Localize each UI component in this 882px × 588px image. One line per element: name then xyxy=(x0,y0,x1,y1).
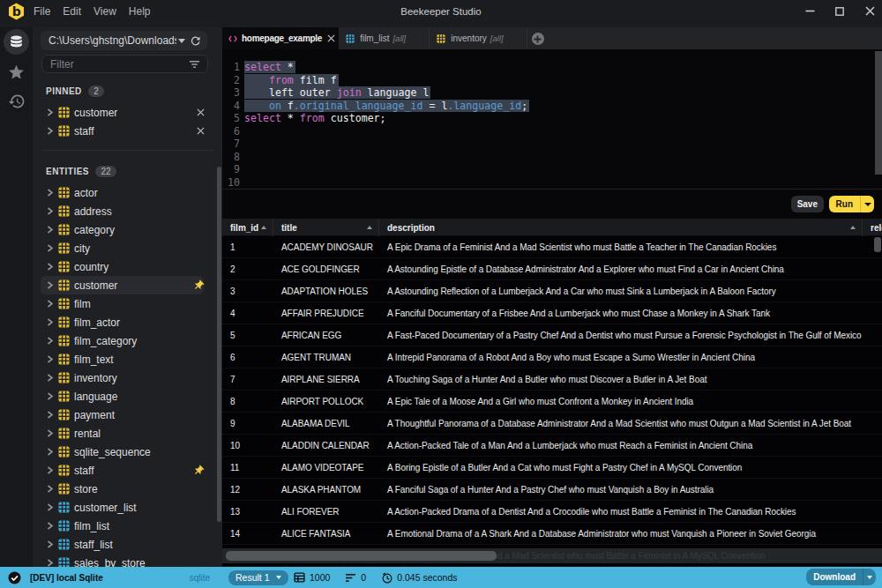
expand-chevron-icon[interactable] xyxy=(46,189,54,197)
cell-description[interactable]: A Action-Packed Tale of a Man And a Lumb… xyxy=(379,435,863,457)
expand-chevron-icon[interactable] xyxy=(46,127,54,135)
expand-chevron-icon[interactable] xyxy=(46,374,54,382)
cell-title[interactable]: AGENT TRUMAN xyxy=(273,346,379,368)
sql-editor[interactable]: 1select *2 from film f3 left outer join … xyxy=(222,49,882,189)
result-row-6[interactable]: 6AGENT TRUMANA Intrepid Panorama of a Ro… xyxy=(222,346,882,368)
cell-film_id[interactable]: 14 xyxy=(222,523,273,545)
expand-chevron-icon[interactable] xyxy=(46,559,54,567)
entity-item-language[interactable]: language xyxy=(33,387,222,406)
result-row-3[interactable]: 3ADAPTATION HOLESA Astounding Reflection… xyxy=(222,280,882,302)
expand-chevron-icon[interactable] xyxy=(46,540,54,548)
expand-chevron-icon[interactable] xyxy=(46,485,54,493)
expand-chevron-icon[interactable] xyxy=(46,207,54,215)
cell-title[interactable]: ADAPTATION HOLES xyxy=(273,280,379,302)
cell-film_id[interactable]: 6 xyxy=(222,346,273,368)
run-options-caret[interactable] xyxy=(860,196,874,212)
cell-title[interactable]: ACADEMY DINOSAUR xyxy=(273,236,379,258)
result-row-9[interactable]: 9ALABAMA DEVILA Thoughtful Panorama of a… xyxy=(222,413,882,435)
cell-title[interactable]: ALICE FANTASIA xyxy=(273,523,379,545)
cell-description[interactable]: A Fanciful Saga of a Hunter And a Pastry… xyxy=(379,479,863,501)
cell-title[interactable]: ALAMO VIDEOTAPE xyxy=(273,457,379,479)
cell-description[interactable]: A Thoughtful Panorama of a Database Admi… xyxy=(379,413,863,435)
cell-title[interactable]: ALI FOREVER xyxy=(273,501,379,523)
entity-item-country[interactable]: country xyxy=(33,257,222,276)
expand-chevron-icon[interactable] xyxy=(46,355,54,363)
cell-description[interactable]: A Intrepid Panorama of a Robot And a Boy… xyxy=(379,346,863,368)
sort-arrow-icon[interactable] xyxy=(850,226,856,229)
menu-edit[interactable]: Edit xyxy=(63,5,81,18)
result-row-2[interactable]: 2ACE GOLDFINGERA Astounding Epistle of a… xyxy=(222,258,882,280)
maximize-button[interactable] xyxy=(825,0,855,22)
result-row-5[interactable]: 5AFRICAN EGGA Fast-Paced Documentary of … xyxy=(222,324,882,346)
sidebar-scrollbar[interactable] xyxy=(217,167,221,522)
expand-chevron-icon[interactable] xyxy=(46,337,54,345)
cell-description[interactable]: A Astounding Reflection of a Lumberjack … xyxy=(379,280,863,302)
cell-film_id[interactable]: 13 xyxy=(222,501,273,523)
cell-description[interactable]: A Epic Tale of a Moose And a Girl who mu… xyxy=(379,391,863,413)
close-window-button[interactable] xyxy=(855,0,882,22)
cell-film_id[interactable]: 3 xyxy=(222,280,273,302)
result-row-4[interactable]: 4AFFAIR PREJUDICEA Fanciful Documentary … xyxy=(222,302,882,324)
entity-item-sqlite_sequence[interactable]: sqlite_sequence xyxy=(33,443,222,461)
download-options-caret[interactable] xyxy=(863,569,876,585)
filter-icon[interactable] xyxy=(189,59,200,70)
pin-icon[interactable] xyxy=(192,276,205,294)
cell-description[interactable]: A Boring Epistle of a Butler And a Cat w… xyxy=(379,457,863,479)
cell-description[interactable]: A Fanciful Documentary of a Frisbee And … xyxy=(379,302,863,324)
expand-chevron-icon[interactable] xyxy=(46,429,54,437)
entity-item-category[interactable]: category xyxy=(33,220,222,239)
cell-film_id[interactable]: 5 xyxy=(222,324,273,346)
cell-film_id[interactable]: 4 xyxy=(222,302,273,324)
tab-inventory[interactable]: inventory[all] xyxy=(430,27,527,49)
entity-item-store[interactable]: store xyxy=(33,480,222,498)
expand-chevron-icon[interactable] xyxy=(46,503,54,511)
filter-input[interactable] xyxy=(42,58,189,71)
expand-chevron-icon[interactable] xyxy=(46,318,54,326)
cell-title[interactable]: AIRPLANE SIERRA xyxy=(273,368,379,391)
cell-title[interactable]: AFRICAN EGG xyxy=(273,324,379,346)
entity-item-address[interactable]: address xyxy=(33,202,222,220)
cell-description[interactable]: A Epic Drama of a Feminist And a Mad Sci… xyxy=(379,236,863,258)
result-row-10[interactable]: 10ALADDIN CALENDARA Action-Packed Tale o… xyxy=(222,435,882,457)
cell-film_id[interactable]: 1 xyxy=(222,236,273,258)
entity-item-sales_by_store[interactable]: sales_by_store xyxy=(33,554,222,567)
result-row-12[interactable]: 12ALASKA PHANTOMA Fanciful Saga of a Hun… xyxy=(222,479,882,501)
result-row-13[interactable]: 13ALI FOREVERA Action-Packed Drama of a … xyxy=(222,501,882,523)
menu-file[interactable]: File xyxy=(34,5,50,18)
pin-icon[interactable] xyxy=(192,461,205,480)
result-row-7[interactable]: 7AIRPLANE SIERRAA Touching Saga of a Hun… xyxy=(222,368,882,391)
tables-rail-button[interactable] xyxy=(0,29,33,55)
expand-chevron-icon[interactable] xyxy=(46,226,54,234)
cell-film_id[interactable]: 12 xyxy=(222,479,273,501)
expand-chevron-icon[interactable] xyxy=(46,522,54,530)
cell-title[interactable]: ALASKA PHANTOM xyxy=(273,479,379,501)
run-button[interactable]: Run xyxy=(829,196,874,212)
entity-item-rental[interactable]: rental xyxy=(33,424,222,443)
entity-item-inventory[interactable]: inventory xyxy=(33,368,222,387)
unpin-button[interactable] xyxy=(197,122,205,140)
results-horizontal-scrollbar[interactable] xyxy=(222,548,882,563)
menu-help[interactable]: Help xyxy=(129,5,151,18)
expand-chevron-icon[interactable] xyxy=(46,263,54,271)
minimize-button[interactable] xyxy=(795,0,825,22)
cell-film_id[interactable]: 11 xyxy=(222,457,273,479)
horizontal-scrollbar-thumb[interactable] xyxy=(226,551,497,561)
expand-chevron-icon[interactable] xyxy=(46,108,54,116)
close-tab-icon[interactable] xyxy=(327,34,335,42)
cell-description[interactable]: A Emotional Drama of a A Shark And a Dat… xyxy=(379,523,863,545)
results-vertical-scrollbar[interactable] xyxy=(874,237,881,252)
entity-item-actor[interactable]: actor xyxy=(33,183,222,202)
expand-chevron-icon[interactable] xyxy=(46,466,54,474)
expand-chevron-icon[interactable] xyxy=(46,244,54,252)
expand-chevron-icon[interactable] xyxy=(46,281,54,289)
entity-item-film_category[interactable]: film_category xyxy=(33,331,222,350)
cell-film_id[interactable]: 8 xyxy=(222,391,273,413)
result-row-1[interactable]: 1ACADEMY DINOSAURA Epic Drama of a Femin… xyxy=(222,236,882,258)
entity-item-staff_list[interactable]: staff_list xyxy=(33,535,222,554)
expand-chevron-icon[interactable] xyxy=(46,448,54,456)
result-row-11[interactable]: 11ALAMO VIDEOTAPEA Boring Epistle of a B… xyxy=(222,457,882,479)
cell-title[interactable]: AIRPORT POLLOCK xyxy=(273,391,379,413)
expand-chevron-icon[interactable] xyxy=(46,300,54,308)
unpin-button[interactable] xyxy=(197,103,205,122)
refresh-icon[interactable] xyxy=(191,35,201,46)
